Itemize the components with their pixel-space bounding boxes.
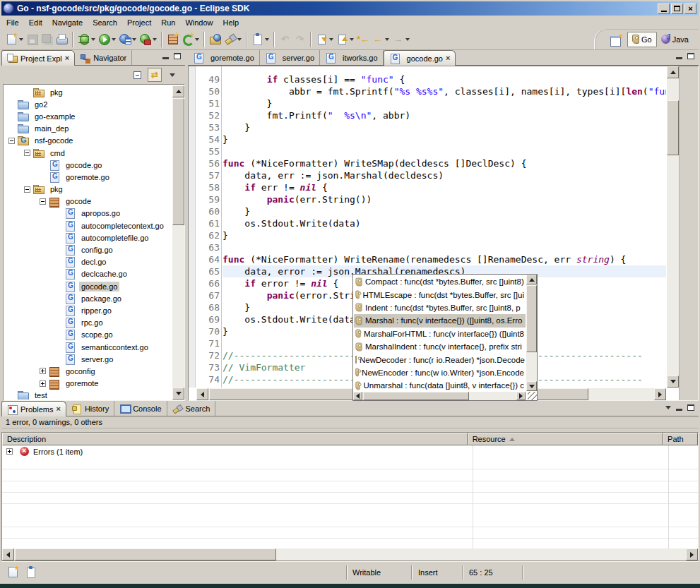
- popup-resize-grip[interactable]: [528, 392, 537, 400]
- code-line-61[interactable]: os.Stdout.Write(data): [223, 217, 666, 229]
- completion-item-indent[interactable]: Indent : func(dst *bytes.Buffer, src []u…: [354, 301, 526, 314]
- ext-tools-button[interactable]: [138, 31, 158, 48]
- problems-tab-search[interactable]: Search: [167, 401, 216, 416]
- popup-hscrollbar[interactable]: [353, 392, 526, 400]
- tree-item-main-dep[interactable]: main_dep: [4, 123, 172, 135]
- code-line-63[interactable]: [223, 241, 666, 253]
- perspective-go[interactable]: Go: [627, 32, 657, 47]
- problems-tab-console[interactable]: Console: [114, 401, 167, 416]
- maximize-button[interactable]: [671, 4, 683, 14]
- new-wizard-button[interactable]: [4, 31, 25, 48]
- view-menu-button[interactable]: [165, 68, 179, 82]
- last-edit-button[interactable]: *←: [355, 31, 370, 48]
- tree-item-autocompletefile-go[interactable]: Gautocompletefile.go: [4, 232, 172, 244]
- minimize-button[interactable]: [658, 4, 670, 14]
- menu-search[interactable]: Search: [88, 17, 122, 28]
- dropdown-arrow-icon[interactable]: [195, 38, 199, 41]
- completion-item-newdecoder[interactable]: NewDecoder : func(r io.Reader) *json.Dec…: [354, 353, 526, 366]
- statusbar-new-icon[interactable]: [7, 566, 19, 578]
- collapse-all-button[interactable]: [130, 68, 144, 82]
- titlebar[interactable]: Go - nsf-gocode/src/pkg/gocode/gocode.go…: [1, 1, 699, 16]
- tree-scrollbar[interactable]: [172, 85, 184, 400]
- statusbar-annotation-icon[interactable]: [25, 566, 37, 578]
- code-line-56[interactable]: func (*NiceFormatter) WriteSMap(decldesc…: [223, 157, 666, 169]
- dropdown-arrow-icon[interactable]: [405, 38, 410, 41]
- print-button[interactable]: [54, 31, 69, 48]
- problems-hscrollbar[interactable]: [2, 548, 698, 560]
- code-line-58[interactable]: if err != nil {: [223, 181, 666, 193]
- code-line-54[interactable]: }: [223, 133, 666, 145]
- explorer-tab-navigator[interactable]: Navigator: [75, 50, 132, 65]
- tree-item-config-go[interactable]: Gconfig.go: [4, 244, 172, 256]
- dropdown-arrow-icon[interactable]: [237, 38, 242, 41]
- explorer-minimize-icon[interactable]: [162, 57, 169, 59]
- menu-navigate[interactable]: Navigate: [47, 17, 88, 28]
- tree-item-apropos-go[interactable]: Gapropos.go: [4, 208, 172, 220]
- dropdown-arrow-icon[interactable]: [19, 38, 23, 41]
- code-line-57[interactable]: data, err := json.Marshal(decldescs): [223, 169, 666, 181]
- tree-item-pkg[interactable]: pkg: [4, 86, 172, 98]
- run-button[interactable]: [97, 31, 117, 48]
- flash-button[interactable]: [223, 31, 243, 48]
- ann-next-button[interactable]: [314, 31, 335, 48]
- column-header-description[interactable]: Description: [2, 433, 468, 445]
- menu-edit[interactable]: Edit: [24, 17, 47, 28]
- tab-close-icon[interactable]: ×: [446, 55, 450, 61]
- completion-item-htmlescape[interactable]: HTMLEscape : func(dst *bytes.Buffer, src…: [354, 288, 526, 301]
- completion-item-marshalindent[interactable]: MarshalIndent : func(v interface{}, pref…: [354, 340, 526, 353]
- menu-project[interactable]: Project: [122, 17, 156, 28]
- tree-item-gocode[interactable]: gocode: [4, 196, 172, 208]
- dropdown-arrow-icon[interactable]: [350, 38, 354, 41]
- code-line-53[interactable]: }: [223, 121, 666, 133]
- run-config-button[interactable]: [117, 31, 138, 48]
- expand-icon[interactable]: [40, 380, 46, 387]
- explorer-tab-project-expl[interactable]: Project Expl×: [1, 50, 75, 66]
- editor-tab-goremote-go[interactable]: Ggoremote.go: [188, 50, 260, 65]
- menu-window[interactable]: Window: [180, 17, 218, 28]
- tree-item-cmd[interactable]: cmd: [4, 147, 172, 159]
- completion-item-newencoder[interactable]: NewEncoder : func(w io.Writer) *json.Enc…: [354, 366, 526, 379]
- close-button[interactable]: ×: [684, 4, 696, 14]
- collapse-icon[interactable]: [8, 138, 15, 144]
- tree-item-go2[interactable]: go2: [4, 98, 172, 110]
- editor-minimize-icon[interactable]: [676, 57, 682, 59]
- code-line-51[interactable]: }: [223, 97, 666, 109]
- column-header-resource[interactable]: Resource: [468, 433, 663, 445]
- completion-item-compact[interactable]: Compact : func(dst *bytes.Buffer, src []…: [354, 275, 526, 288]
- errors-group-row[interactable]: Errors (1 item): [2, 445, 698, 457]
- ann-prev-button[interactable]: [335, 31, 355, 48]
- editor-tab-itworks-go[interactable]: Gitworks.go: [320, 50, 384, 65]
- code-line-52[interactable]: fmt.Printf(" %s\n", abbr): [223, 109, 666, 121]
- tree-item-goremote[interactable]: goremote: [4, 378, 172, 390]
- editor-tab-gocode-go[interactable]: Ggocode.go×: [384, 50, 456, 66]
- tree-item-nsf-gocode[interactable]: Gnsf-gocode: [4, 135, 172, 147]
- tree-item-decl-go[interactable]: Gdecl.go: [4, 256, 172, 268]
- editor-maximize-icon[interactable]: [687, 53, 694, 59]
- problems-minimize-icon[interactable]: [676, 409, 682, 411]
- menu-file[interactable]: File: [1, 17, 24, 28]
- code-line-49[interactable]: if classes[i] == "func" {: [223, 73, 666, 85]
- dropdown-arrow-icon[interactable]: [153, 38, 157, 41]
- tree-item-package-go[interactable]: Gpackage.go: [4, 292, 172, 304]
- editor-tab-server-go[interactable]: Gserver.go: [260, 50, 320, 65]
- expand-errors-icon[interactable]: [6, 448, 13, 455]
- tree-item-test[interactable]: test: [4, 390, 172, 400]
- tab-close-icon[interactable]: ×: [56, 406, 60, 412]
- go-build-button[interactable]: [180, 31, 201, 48]
- forward-button[interactable]: →: [391, 31, 411, 48]
- column-header-path[interactable]: Path: [663, 433, 698, 445]
- problems-tab-problems[interactable]: Problems×: [1, 401, 66, 416]
- tree-item-scope-go[interactable]: Gscope.go: [4, 329, 172, 341]
- collapse-icon[interactable]: [40, 198, 46, 205]
- dropdown-arrow-icon[interactable]: [265, 38, 269, 41]
- tree-item-semanticcontext-go[interactable]: Gsemanticcontext.go: [4, 341, 172, 353]
- dropdown-arrow-icon[interactable]: [329, 38, 333, 41]
- code-line-59[interactable]: panic(err.String()): [223, 193, 666, 205]
- link-with-editor-button[interactable]: ⇄: [148, 68, 162, 82]
- code-line-64[interactable]: func (*NiceFormatter) WriteRename(rename…: [223, 253, 666, 265]
- tree-item-gocode-go[interactable]: Ggocode.go: [4, 280, 172, 292]
- tree-item-pkg[interactable]: pkg: [4, 184, 172, 196]
- back-button[interactable]: ←: [370, 31, 391, 48]
- tree-item-declcache-go[interactable]: Gdeclcache.go: [4, 268, 172, 280]
- tree-item-ripper-go[interactable]: Gripper.go: [4, 304, 172, 316]
